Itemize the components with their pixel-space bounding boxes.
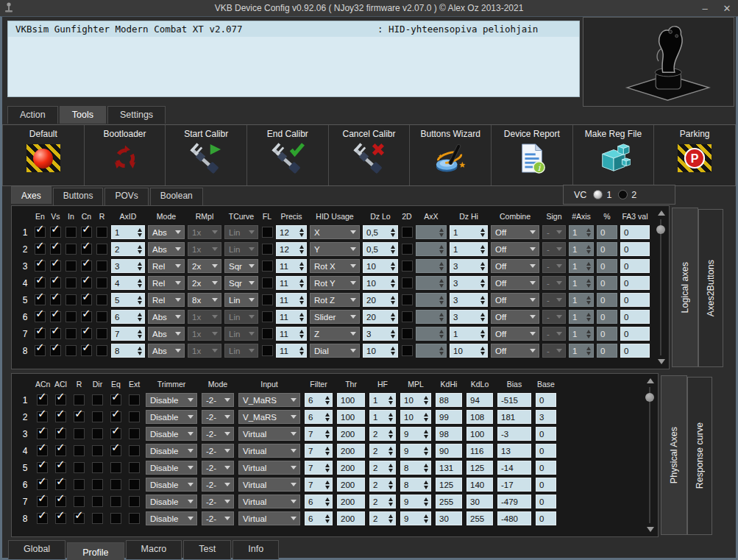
r-checkbox[interactable]	[96, 294, 107, 305]
buttons-wizard-button[interactable]: Buttons Wizard	[410, 125, 492, 185]
cn-checkbox[interactable]: ✓	[81, 244, 92, 255]
dz-hi-stepper[interactable]: 1	[450, 242, 488, 256]
dz-hi-stepper[interactable]: 3	[450, 276, 488, 290]
spin-down-icon[interactable]	[299, 352, 304, 355]
scroll-down-icon[interactable]	[658, 359, 665, 364]
spin-up-icon[interactable]	[325, 464, 330, 467]
spin-down-icon[interactable]	[391, 301, 395, 305]
fl-checkbox[interactable]	[262, 260, 273, 272]
tab-profile[interactable]: Profile	[67, 542, 124, 560]
tcurve-dropdown[interactable]: Sqr	[224, 259, 258, 273]
spin-down-icon[interactable]	[480, 233, 485, 237]
spin-up-icon[interactable]	[388, 413, 393, 417]
axx-stepper[interactable]	[416, 242, 447, 256]
scroll-up-icon[interactable]	[658, 210, 665, 216]
spin-down-icon[interactable]	[439, 250, 444, 254]
tab-info[interactable]: Info	[233, 540, 279, 559]
spin-up-icon[interactable]	[325, 514, 330, 518]
spin-up-icon[interactable]	[586, 296, 591, 300]
spin-down-icon[interactable]	[299, 335, 304, 339]
acn-checkbox[interactable]: ✓	[37, 479, 48, 490]
acn-checkbox[interactable]: ✓	[37, 411, 48, 422]
vs-checkbox[interactable]: ✓	[50, 328, 61, 339]
rmpl-dropdown[interactable]: 2x	[188, 276, 221, 290]
spin-down-icon[interactable]	[388, 452, 393, 456]
spin-up-icon[interactable]	[391, 262, 395, 266]
num-axis-stepper[interactable]: 1	[569, 259, 594, 273]
en-checkbox[interactable]: ✓	[35, 277, 46, 288]
spin-up-icon[interactable]	[424, 430, 428, 433]
num-axis-stepper[interactable]: 1	[569, 344, 594, 358]
thr-field[interactable]: 200	[337, 511, 365, 525]
r-checkbox[interactable]	[74, 394, 85, 405]
en-checkbox[interactable]: ✓	[35, 294, 46, 305]
thr-field[interactable]: 200	[337, 427, 365, 441]
spin-up-icon[interactable]	[138, 330, 142, 333]
in-checkbox[interactable]	[65, 311, 77, 322]
mode-dropdown[interactable]: Rel	[148, 293, 185, 307]
spin-up-icon[interactable]	[439, 330, 444, 333]
spin-up-icon[interactable]	[299, 347, 304, 350]
spin-down-icon[interactable]	[138, 352, 142, 355]
r-checkbox[interactable]	[96, 345, 107, 356]
spin-down-icon[interactable]	[439, 352, 444, 355]
spin-down-icon[interactable]	[388, 520, 393, 523]
acl-checkbox[interactable]: ✓	[55, 479, 66, 490]
hf-stepper[interactable]: 2	[369, 495, 396, 508]
combine-dropdown[interactable]: Off	[491, 276, 539, 290]
2d-checkbox[interactable]	[402, 244, 413, 255]
acn-checkbox[interactable]: ✓	[37, 428, 48, 439]
en-checkbox[interactable]: ✓	[35, 260, 46, 272]
tab-tools[interactable]: Tools	[60, 106, 106, 124]
base-field[interactable]: 3	[536, 410, 556, 424]
mode-dropdown[interactable]: -2-	[202, 478, 234, 492]
2d-checkbox[interactable]	[402, 277, 413, 288]
spin-down-icon[interactable]	[388, 486, 393, 489]
rmpl-dropdown[interactable]: 2x	[188, 259, 221, 273]
spin-down-icon[interactable]	[586, 318, 591, 322]
r-checkbox[interactable]	[96, 244, 107, 255]
in-checkbox[interactable]	[65, 328, 77, 339]
spin-up-icon[interactable]	[138, 347, 142, 350]
dz-hi-stepper[interactable]: 3	[450, 259, 488, 273]
trimmer-dropdown[interactable]: Disable	[146, 410, 197, 424]
dz-lo-stepper[interactable]: 0,5	[363, 242, 398, 256]
kdlo-field[interactable]: 255	[466, 511, 493, 525]
spin-up-icon[interactable]	[388, 464, 393, 467]
dir-checkbox[interactable]	[92, 513, 103, 524]
mpl-stepper[interactable]: 9	[400, 495, 431, 508]
axx-stepper[interactable]	[416, 293, 447, 307]
bias-field[interactable]: 181	[497, 410, 531, 424]
combine-dropdown[interactable]: Off	[491, 310, 539, 324]
num-axis-stepper[interactable]: 1	[569, 310, 594, 324]
rmpl-dropdown[interactable]: 1x	[188, 225, 221, 239]
spin-down-icon[interactable]	[439, 233, 444, 237]
bias-field[interactable]: 13	[497, 444, 531, 458]
spin-up-icon[interactable]	[480, 262, 485, 266]
default-button[interactable]: Default	[2, 125, 85, 185]
2d-checkbox[interactable]	[402, 345, 413, 356]
dz-hi-stepper[interactable]: 3	[450, 310, 488, 324]
sign-dropdown[interactable]: -	[542, 327, 566, 341]
en-checkbox[interactable]: ✓	[35, 328, 46, 339]
r-checkbox[interactable]	[96, 260, 107, 272]
spin-up-icon[interactable]	[424, 464, 428, 467]
percent-field[interactable]: 0	[597, 276, 617, 290]
dz-hi-stepper[interactable]: 1	[450, 327, 488, 341]
spin-down-icon[interactable]	[480, 318, 485, 322]
vs-checkbox[interactable]: ✓	[50, 294, 61, 305]
spin-down-icon[interactable]	[138, 284, 142, 288]
spin-down-icon[interactable]	[424, 469, 428, 472]
mode-dropdown[interactable]: Abs	[148, 327, 185, 341]
spin-down-icon[interactable]	[424, 401, 428, 405]
thr-field[interactable]: 200	[337, 461, 365, 475]
spin-up-icon[interactable]	[439, 262, 444, 266]
fa3-val-field[interactable]: 0	[620, 344, 650, 358]
rmpl-dropdown[interactable]: 1x	[188, 327, 221, 341]
dir-checkbox[interactable]	[92, 428, 103, 439]
trimmer-dropdown[interactable]: Disable	[146, 444, 197, 458]
percent-field[interactable]: 0	[597, 310, 617, 324]
filter-stepper[interactable]: 6	[305, 495, 333, 508]
precis-stepper[interactable]: 11	[276, 327, 307, 341]
spin-down-icon[interactable]	[586, 250, 591, 254]
